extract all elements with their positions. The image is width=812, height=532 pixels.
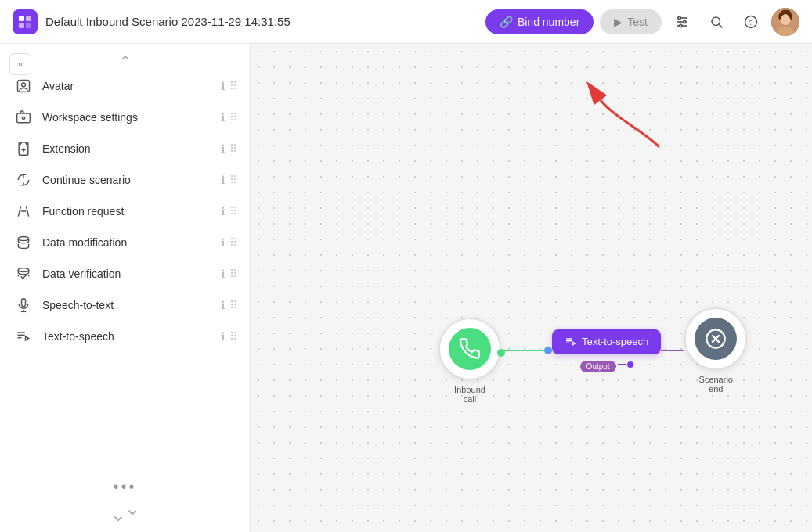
extension-info-icon[interactable]: ℹ xyxy=(221,142,225,155)
output-badge: Output xyxy=(580,361,616,372)
sidebar-item-data-verification[interactable]: Data verification ℹ ⠿ xyxy=(0,258,250,289)
settings-icon-button[interactable] xyxy=(668,8,696,36)
avatar-info-icon[interactable]: ℹ xyxy=(221,80,225,92)
sidebar-item-data-modification[interactable]: Data modification ℹ ⠿ xyxy=(0,227,250,258)
svg-rect-1 xyxy=(26,16,31,21)
text-to-speech-info-icon[interactable]: ℹ xyxy=(221,330,225,343)
output-connector-line xyxy=(618,364,626,365)
sidebar-collapse-button[interactable]: ›‹ xyxy=(9,53,31,75)
data-modification-info-icon[interactable]: ℹ xyxy=(221,236,225,249)
inbound-call-label: Inboundcall xyxy=(454,385,485,404)
extension-drag-icon[interactable]: ⠿ xyxy=(229,142,237,155)
svg-rect-2 xyxy=(19,23,24,28)
text-to-speech-drag-icon[interactable]: ⠿ xyxy=(229,330,237,343)
data-modification-drag-icon[interactable]: ⠿ xyxy=(229,236,237,249)
svg-rect-3 xyxy=(26,23,31,28)
test-button[interactable]: ▶ Test xyxy=(600,9,662,34)
workspace-settings-label: Workspace settings xyxy=(42,111,221,124)
tts-node-inner: Text-to-speech xyxy=(552,329,661,354)
inbound-output-dot xyxy=(497,349,505,357)
text-to-speech-icon xyxy=(13,329,34,344)
inbound-to-tts-connector xyxy=(501,347,552,354)
inbound-call-inner xyxy=(449,328,491,370)
avatar-node-icon xyxy=(13,78,34,94)
sidebar-more-button[interactable]: ••• xyxy=(0,469,250,505)
sidebar-item-extension[interactable]: Extension ℹ ⠿ xyxy=(0,133,250,164)
svg-point-27 xyxy=(18,237,28,241)
svg-rect-19 xyxy=(17,113,31,123)
workspace-settings-icon xyxy=(13,110,34,125)
function-request-drag-icon[interactable]: ⠿ xyxy=(229,205,237,217)
header-left: Default Inbound Scenario 2023-11-29 14:3… xyxy=(13,9,291,34)
svg-text:?: ? xyxy=(749,17,753,26)
tts-to-end-connector xyxy=(661,350,684,351)
inbound-call-node[interactable]: Inboundcall xyxy=(438,318,501,404)
tts-output-row: Output xyxy=(580,358,633,372)
connector-line-purple xyxy=(661,350,684,351)
svg-rect-0 xyxy=(19,16,24,21)
user-avatar[interactable] xyxy=(771,8,799,36)
data-verification-icon xyxy=(13,266,34,282)
tts-node[interactable]: Text-to-speech Output xyxy=(552,329,661,372)
svg-rect-29 xyxy=(22,299,26,307)
svg-point-18 xyxy=(22,83,26,87)
collapse-icon: ›‹ xyxy=(17,59,23,70)
continue-scenario-label: Continue scenario xyxy=(42,174,221,186)
sidebar-item-text-to-speech[interactable]: Text-to-speech ℹ ⠿ xyxy=(0,321,250,352)
data-modification-icon xyxy=(13,235,34,250)
data-verification-label: Data verification xyxy=(42,268,221,280)
avatar-label: Avatar xyxy=(42,80,221,92)
svg-point-28 xyxy=(18,268,28,272)
flow-diagram: Inboundcall Text-to-speech xyxy=(438,318,747,404)
flow-canvas[interactable]: Inboundcall Text-to-speech xyxy=(251,44,812,532)
svg-line-11 xyxy=(719,24,722,27)
speech-to-text-drag-icon[interactable]: ⠿ xyxy=(229,299,237,311)
svg-point-7 xyxy=(678,16,680,19)
sidebar-item-speech-to-text[interactable]: Speech-to-text ℹ ⠿ xyxy=(0,289,250,321)
connector-dot-blue xyxy=(544,347,552,354)
svg-line-25 xyxy=(26,206,28,216)
sidebar-item-avatar[interactable]: Avatar ℹ ⠿ xyxy=(0,70,250,102)
play-icon: ▶ xyxy=(614,16,623,28)
sidebar-item-continue-scenario[interactable]: Continue scenario ℹ ⠿ xyxy=(0,164,250,196)
sidebar-item-function-request[interactable]: Function request ℹ ⠿ xyxy=(0,196,250,227)
text-to-speech-label: Text-to-speech xyxy=(42,330,221,343)
data-modification-label: Data modification xyxy=(42,236,221,249)
function-request-icon xyxy=(13,203,34,219)
extension-label: Extension xyxy=(42,142,221,155)
bind-number-button[interactable]: 🔗 Bind number xyxy=(485,9,594,34)
inbound-call-circle xyxy=(438,318,501,380)
output-connector-dot xyxy=(627,361,633,368)
sidebar-scroll-up[interactable] xyxy=(0,44,250,67)
header-right: 🔗 Bind number ▶ Test xyxy=(485,8,799,36)
svg-line-24 xyxy=(18,206,20,216)
scenario-end-node[interactable]: Scenarioend xyxy=(684,307,747,394)
svg-point-9 xyxy=(680,24,682,27)
avatar-drag-icon[interactable]: ⠿ xyxy=(229,80,237,92)
sidebar-item-workspace-settings[interactable]: Workspace settings ℹ ⠿ xyxy=(0,102,250,133)
sidebar-scroll-down[interactable] xyxy=(0,505,250,532)
scenario-end-circle xyxy=(684,307,747,370)
scenario-title: Default Inbound Scenario 2023-11-29 14:3… xyxy=(45,15,291,28)
continue-scenario-icon xyxy=(13,172,34,188)
extension-icon xyxy=(13,141,34,156)
workspace-settings-info-icon[interactable]: ℹ xyxy=(221,111,225,124)
main-layout: ›‹ Avatar ℹ ⠿ xyxy=(0,44,812,532)
data-verification-drag-icon[interactable]: ⠿ xyxy=(229,268,237,280)
connector-line-green xyxy=(501,350,544,351)
link-icon: 🔗 xyxy=(500,16,513,28)
svg-point-10 xyxy=(712,17,720,26)
header: Default Inbound Scenario 2023-11-29 14:3… xyxy=(0,0,812,44)
sidebar-list: Avatar ℹ ⠿ Workspace settings ℹ ⠿ xyxy=(0,67,250,469)
workspace-settings-drag-icon[interactable]: ⠿ xyxy=(229,111,237,124)
help-icon-button[interactable]: ? xyxy=(737,8,765,36)
continue-scenario-info-icon[interactable]: ℹ xyxy=(221,174,225,186)
continue-scenario-drag-icon[interactable]: ⠿ xyxy=(229,174,237,186)
data-verification-info-icon[interactable]: ℹ xyxy=(221,268,225,280)
speech-to-text-info-icon[interactable]: ℹ xyxy=(221,299,225,311)
scenario-end-inner xyxy=(695,318,737,360)
bind-number-arrow-annotation xyxy=(597,92,691,155)
search-icon-button[interactable] xyxy=(702,8,731,36)
function-request-info-icon[interactable]: ℹ xyxy=(221,205,225,217)
svg-point-20 xyxy=(22,117,24,119)
